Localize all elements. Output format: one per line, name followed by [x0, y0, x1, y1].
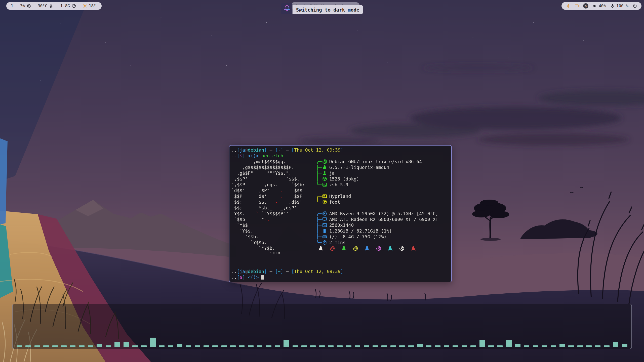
neofetch-info: ╭─Debian GNU/Linux trixie/sid x86_64├─6.…: [316, 159, 438, 257]
info-text: foot: [329, 199, 340, 205]
viz-bar: [497, 345, 503, 347]
tree-branch: ╰─: [316, 182, 322, 188]
cpu-chip-icon: [27, 4, 31, 8]
viz-bar: [177, 344, 182, 347]
viz-bar: [417, 344, 423, 347]
swirl-icon: [322, 159, 327, 164]
terminal-line: [231, 257, 449, 263]
mic-module[interactable]: 100 %: [610, 4, 628, 8]
memory-module[interactable]: 1.8G: [60, 4, 76, 8]
info-row: ├─1528 (dpkg): [316, 176, 438, 182]
viz-bar: [604, 345, 610, 347]
viz-bar: [462, 345, 467, 347]
info-text: 2 mins: [329, 240, 346, 245]
tree-branch: ├─: [316, 170, 322, 176]
viz-bar: [533, 345, 538, 347]
viz-bar: [515, 344, 520, 347]
bottom-panel: [12, 304, 632, 349]
tray-app-module[interactable]: a: [583, 3, 588, 9]
temperature-module[interactable]: 30°C: [38, 4, 54, 8]
viz-bar: [266, 345, 271, 347]
viz-bar: [257, 345, 262, 347]
viz-bar: [132, 345, 138, 347]
viz-bar: [204, 345, 209, 347]
info-text: 1528 (dpkg): [329, 176, 359, 182]
memory-value: 1.8G: [60, 4, 70, 8]
tux-icon: [322, 165, 327, 170]
power-module[interactable]: [633, 4, 637, 8]
blank-line: [316, 205, 438, 211]
viz-bar: [381, 345, 387, 347]
viz-bar: [319, 345, 325, 347]
viz-bar: [355, 345, 360, 347]
viz-bar: [488, 345, 494, 347]
command-text: neofetch: [261, 153, 283, 158]
viz-bar: [221, 345, 227, 347]
notification-area: 21:41 Switching to dark mode: [281, 3, 363, 14]
viz-bar: [444, 345, 449, 347]
info-row: ├─AMD ATI Radeon RX 6800/6800 XT / 6900 …: [316, 216, 438, 222]
disk-icon: [322, 234, 327, 239]
debian-ascii-art: _,met$$$$$gg. ,g$$$$$$$$$$$$$$$P. ,g$$P"…: [231, 159, 316, 257]
info-row: ╭─AMD Ryzen 9 5950X (32) @ 5.1GHz [45.0°…: [316, 211, 438, 216]
wm-icon: [322, 194, 327, 199]
terminal-line: ..[$] <()>: [231, 274, 449, 280]
viz-bar: [61, 345, 67, 347]
shell-icon: [322, 182, 327, 187]
info-text: 1.23GiB / 62.71GiB (1%): [329, 228, 392, 234]
workspace-number: 1: [11, 4, 13, 8]
viz-bar: [25, 345, 31, 347]
viz-bar: [551, 345, 556, 347]
viz-bar: [542, 345, 547, 347]
viz-bar: [114, 342, 120, 347]
viz-bar: [248, 345, 254, 347]
workspace-indicator[interactable]: 1: [11, 4, 13, 8]
viz-bar: [97, 344, 102, 347]
mic-value: 100 %: [616, 4, 628, 8]
viz-bar: [479, 340, 485, 347]
tree-branch: ╭─: [316, 211, 322, 216]
tray-app-badge: a: [583, 3, 588, 9]
viz-bar: [70, 345, 75, 347]
terminal-window[interactable]: ..[ja@debian] – [~] – [Thu Oct 12, 09:39…: [229, 145, 452, 282]
notification-toast[interactable]: Switching to dark mode: [281, 3, 363, 14]
terminal-line: ..[$] <()> neofetch: [231, 153, 449, 159]
terminal-color-palette: [316, 245, 438, 251]
weather-module[interactable]: 18°: [83, 4, 96, 8]
viz-bar: [284, 340, 289, 347]
viz-bar: [559, 344, 565, 347]
info-row: ╭─Hyprland: [316, 193, 438, 199]
viz-bar: [17, 345, 22, 347]
viz-bar: [195, 345, 200, 347]
viz-bar: [399, 345, 405, 347]
info-text: ja: [329, 170, 335, 176]
viz-bar: [613, 342, 618, 347]
terminal-content: ..[ja@debian] – [~] – [Thu Oct 12, 09:39…: [231, 147, 449, 280]
tux-glyph: [318, 246, 323, 251]
info-row: ╰─foot: [316, 199, 438, 205]
info-row: ├─644x362: [316, 222, 438, 228]
display-module[interactable]: [575, 4, 579, 8]
microphone-icon: [610, 4, 615, 8]
swirl-glyph: [399, 246, 404, 251]
tux-glyph: [411, 246, 416, 251]
viz-bar: [34, 345, 40, 347]
viz-bar: [328, 345, 334, 347]
volume-module[interactable]: 40%: [593, 4, 606, 8]
info-row: ╰─2 mins: [316, 240, 438, 245]
viz-bar: [364, 345, 369, 347]
info-row: ╰─zsh 5.9: [316, 182, 438, 188]
bluetooth-module[interactable]: [566, 4, 570, 8]
viz-bar: [470, 345, 476, 347]
cpu-icon: [322, 211, 327, 216]
tree-branch: ├─: [316, 234, 322, 240]
terminal-line: [231, 263, 449, 268]
viz-bar: [524, 345, 529, 347]
cpu-module[interactable]: 3%: [20, 4, 31, 8]
viz-bar: [124, 342, 129, 347]
viz-bar: [586, 345, 592, 347]
audio-visualizer: [17, 338, 627, 347]
viz-bar: [52, 345, 58, 347]
temperature-value: 30°C: [38, 4, 48, 8]
term-icon: [322, 200, 327, 204]
